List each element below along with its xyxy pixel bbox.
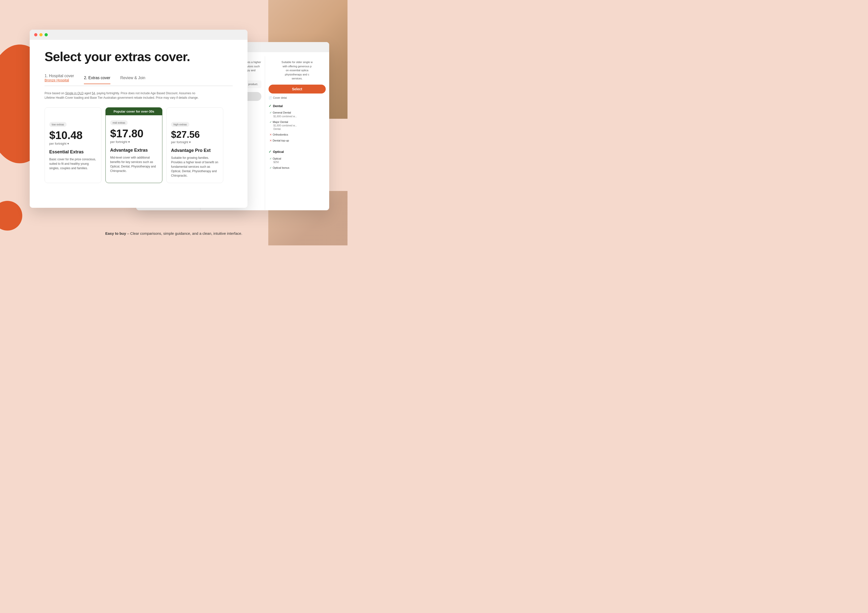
tagline-rest: – Clear comparisons, simple guidance, an… xyxy=(126,231,242,235)
price-period-advantage[interactable]: per fortnight ▾ xyxy=(110,140,158,144)
plan-cards-container: low extras $10.48 per fortnight ▾ Essent… xyxy=(45,107,232,183)
benefit-major-dental-3: ✓ Major Dental $1,600 combined w...Denta… xyxy=(268,120,326,131)
back-column-3: Suitable for older single wwith offering… xyxy=(265,56,329,210)
traffic-light-green-main xyxy=(45,33,48,36)
plan-desc-advantage-pro: Suitable for growing families. Provides … xyxy=(171,156,219,178)
card-inner-essential: low extras $10.48 per fortnight ▾ Essent… xyxy=(45,117,101,175)
price-period-advantage-pro[interactable]: per fortnight ▾ xyxy=(171,140,219,144)
traffic-light-yellow-main xyxy=(39,33,43,36)
step-review-label: Review & Join xyxy=(120,76,145,80)
optical-check-icon-3: ✓ xyxy=(268,149,271,154)
plan-price-advantage: $17.80 xyxy=(110,128,158,139)
cross-icon: ✕ xyxy=(270,133,272,136)
tagline-bold: Easy to buy xyxy=(105,231,126,235)
card-inner-advantage-pro: high extras $27.56 per fortnight ▾ Advan… xyxy=(167,117,223,183)
plan-desc-advantage: Mid-level cover with additional benefits… xyxy=(110,155,158,173)
optical-section-title-3: ✓ Optical xyxy=(268,149,326,154)
chevron-down-icon-advantage: ▾ xyxy=(128,140,130,144)
plan-name-advantage: Advantage Extras xyxy=(110,148,158,153)
price-note: Price based on Single in QLD aged 54, pa… xyxy=(45,91,203,100)
check-icon: ✓ xyxy=(270,111,272,115)
age-link[interactable]: 54 xyxy=(92,91,95,95)
benefit-optical-bonus-3: ✓ Optical bonus xyxy=(268,166,326,170)
decorative-circle-bottom-left xyxy=(0,201,22,231)
benefit-optical-3: ✓ Optical $250 xyxy=(268,157,326,164)
back-select-btn-3[interactable]: Select xyxy=(268,85,326,93)
benefit-dental-topup-3: ✕ Dental top-up xyxy=(268,139,326,142)
cross-icon: ✕ xyxy=(270,139,272,142)
browser-titlebar-primary xyxy=(30,30,248,40)
tier-badge-essential: low extras xyxy=(49,122,67,127)
step-hospital-sublabel: Bronze Hospital xyxy=(45,78,74,82)
step-extras-label: 2. Extras cover xyxy=(84,76,110,80)
browser-window-primary: Select your extras cover. 1. Hospital co… xyxy=(30,30,248,208)
tagline: Easy to buy – Clear comparisons, simple … xyxy=(0,231,347,235)
dental-check-icon-3: ✓ xyxy=(268,104,271,108)
plan-card-advantage: Popular cover for over-30s mid extras $1… xyxy=(105,107,162,183)
back-cover-link-3[interactable]: 📄 Cover detai xyxy=(268,96,326,100)
main-content-area: Select your extras cover. 1. Hospital co… xyxy=(30,40,248,207)
step-extras[interactable]: 2. Extras cover xyxy=(84,76,110,84)
back-col3-desc: Suitable for older single wwith offering… xyxy=(268,60,326,80)
benefit-orthodontics-3: ✕ Orthodontics xyxy=(268,133,326,136)
check-icon: ✓ xyxy=(270,166,272,170)
check-icon: ✓ xyxy=(270,157,272,161)
check-icon: ✓ xyxy=(270,120,272,124)
document-icon-3: 📄 xyxy=(268,96,272,100)
plan-desc-essential: Basic cover for the price conscious, sui… xyxy=(49,157,97,170)
plan-card-essential: low extras $10.48 per fortnight ▾ Essent… xyxy=(45,107,101,183)
tier-badge-advantage-pro: high extras xyxy=(171,122,189,127)
card-inner-advantage: mid extras $17.80 per fortnight ▾ Advant… xyxy=(106,115,162,178)
page-title: Select your extras cover. xyxy=(45,50,232,64)
chevron-down-icon-essential: ▾ xyxy=(67,142,69,146)
price-period-essential[interactable]: per fortnight ▾ xyxy=(49,142,97,146)
chevron-down-icon-advantage-pro: ▾ xyxy=(189,140,191,144)
tier-badge-advantage: mid extras xyxy=(110,120,128,125)
plan-name-advantage-pro: Advantage Pro Ext xyxy=(171,148,219,153)
step-review[interactable]: Review & Join xyxy=(120,76,145,84)
traffic-light-red-main xyxy=(34,33,37,36)
step-hospital-label: 1. Hospital cover xyxy=(45,74,74,78)
qld-link[interactable]: Single in QLD xyxy=(65,91,84,95)
benefit-general-dental-3: ✓ General Dental $1,600 combined w... xyxy=(268,111,326,118)
plan-price-advantage-pro: $27.56 xyxy=(171,130,219,139)
plan-card-advantage-pro: high extras $27.56 per fortnight ▾ Advan… xyxy=(166,107,223,183)
plan-price-essential: $10.48 xyxy=(49,130,97,141)
dental-section-title-3: ✓ Dental xyxy=(268,104,326,108)
featured-badge-advantage: Popular cover for over-30s xyxy=(106,108,162,115)
plan-name-essential: Essential Extras xyxy=(49,149,97,155)
step-hospital[interactable]: 1. Hospital cover Bronze Hospital xyxy=(45,74,74,85)
steps-navigation: 1. Hospital cover Bronze Hospital 2. Ext… xyxy=(45,74,232,86)
